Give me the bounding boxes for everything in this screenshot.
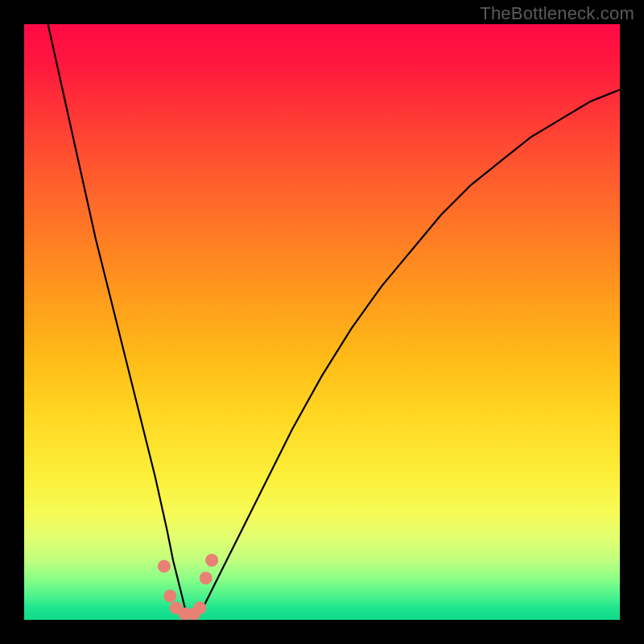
chart-frame: TheBottleneck.com <box>0 0 644 644</box>
plot-area <box>24 24 620 620</box>
data-point-marker <box>205 554 218 567</box>
data-point-marker <box>193 601 206 614</box>
data-point-marker <box>163 589 176 602</box>
data-point-markers <box>158 554 218 620</box>
bottleneck-curve <box>48 24 620 614</box>
watermark-text: TheBottleneck.com <box>480 3 634 24</box>
data-point-marker <box>200 572 213 584</box>
data-point-marker <box>158 559 171 572</box>
curve-svg <box>24 24 620 620</box>
